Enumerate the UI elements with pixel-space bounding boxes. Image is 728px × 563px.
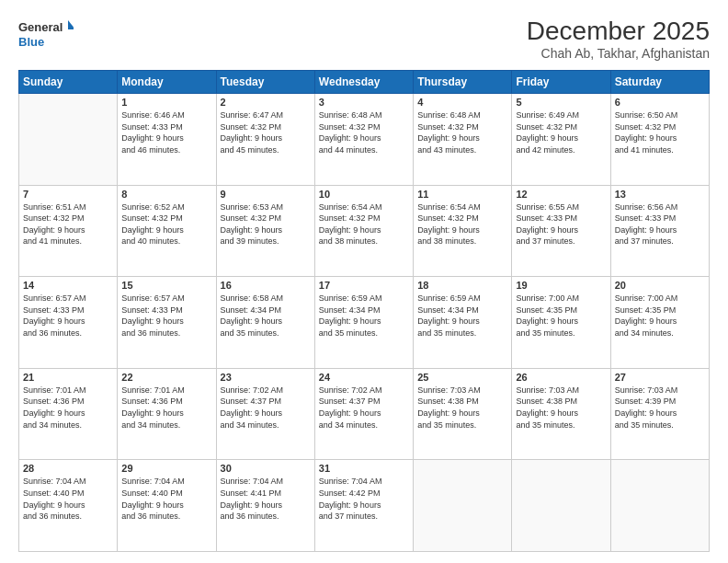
day-number: 13 [615,189,705,200]
calendar-cell: 16Sunrise: 6:58 AM Sunset: 4:34 PM Dayli… [216,277,314,369]
day-number: 11 [417,189,507,200]
calendar-cell: 26Sunrise: 7:03 AM Sunset: 4:38 PM Dayli… [512,368,610,460]
location-title: Chah Ab, Takhar, Afghanistan [527,46,710,61]
weekday-header-cell: Saturday [610,71,709,94]
calendar-cell: 10Sunrise: 6:54 AM Sunset: 4:32 PM Dayli… [314,185,413,277]
calendar-cell: 1Sunrise: 6:46 AM Sunset: 4:33 PM Daylig… [118,94,216,186]
calendar-cell: 20Sunrise: 7:00 AM Sunset: 4:35 PM Dayli… [610,277,709,369]
calendar-cell: 12Sunrise: 6:55 AM Sunset: 4:33 PM Dayli… [512,185,610,277]
calendar-cell: 30Sunrise: 7:04 AM Sunset: 4:41 PM Dayli… [216,460,314,552]
day-info: Sunrise: 6:49 AM Sunset: 4:32 PM Dayligh… [516,109,606,155]
calendar-cell: 8Sunrise: 6:52 AM Sunset: 4:32 PM Daylig… [118,185,216,277]
calendar-cell: 25Sunrise: 7:03 AM Sunset: 4:38 PM Dayli… [414,368,512,460]
calendar-cell [414,460,512,552]
logo: General Blue [18,17,74,52]
day-number: 27 [615,372,705,383]
calendar-week-row: 28Sunrise: 7:04 AM Sunset: 4:40 PM Dayli… [19,460,710,552]
day-number: 14 [23,280,113,291]
day-number: 12 [516,189,606,200]
day-info: Sunrise: 7:02 AM Sunset: 4:37 PM Dayligh… [319,385,409,431]
weekday-header-cell: Thursday [414,71,512,94]
day-info: Sunrise: 7:00 AM Sunset: 4:35 PM Dayligh… [516,293,606,339]
day-info: Sunrise: 6:58 AM Sunset: 4:34 PM Dayligh… [221,293,311,339]
calendar-cell: 18Sunrise: 6:59 AM Sunset: 4:34 PM Dayli… [414,277,512,369]
page: General Blue December 2025 Chah Ab, Takh… [0,0,728,563]
day-number: 20 [615,280,705,291]
calendar-week-row: 7Sunrise: 6:51 AM Sunset: 4:32 PM Daylig… [19,185,710,277]
svg-text:Blue: Blue [18,35,44,49]
calendar-week-row: 21Sunrise: 7:01 AM Sunset: 4:36 PM Dayli… [19,368,710,460]
day-info: Sunrise: 7:04 AM Sunset: 4:41 PM Dayligh… [221,476,311,522]
day-number: 22 [121,372,211,383]
day-number: 2 [221,97,311,108]
day-info: Sunrise: 6:50 AM Sunset: 4:32 PM Dayligh… [615,109,705,155]
weekday-header-cell: Monday [118,71,216,94]
day-number: 31 [319,463,409,474]
calendar-cell: 14Sunrise: 6:57 AM Sunset: 4:33 PM Dayli… [19,277,118,369]
day-info: Sunrise: 7:03 AM Sunset: 4:38 PM Dayligh… [417,385,507,431]
calendar-body: 1Sunrise: 6:46 AM Sunset: 4:33 PM Daylig… [19,94,710,552]
day-info: Sunrise: 6:46 AM Sunset: 4:33 PM Dayligh… [121,109,211,155]
day-number: 18 [417,280,507,291]
day-number: 26 [516,372,606,383]
day-info: Sunrise: 7:03 AM Sunset: 4:39 PM Dayligh… [615,385,705,431]
calendar-week-row: 14Sunrise: 6:57 AM Sunset: 4:33 PM Dayli… [19,277,710,369]
day-info: Sunrise: 7:00 AM Sunset: 4:35 PM Dayligh… [615,293,705,339]
calendar-cell: 9Sunrise: 6:53 AM Sunset: 4:32 PM Daylig… [216,185,314,277]
day-number: 25 [417,372,507,383]
day-info: Sunrise: 6:48 AM Sunset: 4:32 PM Dayligh… [319,109,409,155]
svg-marker-2 [68,20,74,29]
calendar-cell: 4Sunrise: 6:48 AM Sunset: 4:32 PM Daylig… [414,94,512,186]
calendar-cell: 5Sunrise: 6:49 AM Sunset: 4:32 PM Daylig… [512,94,610,186]
day-number: 30 [221,463,311,474]
day-number: 29 [121,463,211,474]
calendar-cell: 31Sunrise: 7:04 AM Sunset: 4:42 PM Dayli… [314,460,413,552]
day-info: Sunrise: 7:04 AM Sunset: 4:42 PM Dayligh… [319,476,409,522]
day-info: Sunrise: 6:53 AM Sunset: 4:32 PM Dayligh… [221,201,311,247]
calendar-cell: 17Sunrise: 6:59 AM Sunset: 4:34 PM Dayli… [314,277,413,369]
day-info: Sunrise: 6:52 AM Sunset: 4:32 PM Dayligh… [121,201,211,247]
calendar-cell: 11Sunrise: 6:54 AM Sunset: 4:32 PM Dayli… [414,185,512,277]
calendar-cell: 2Sunrise: 6:47 AM Sunset: 4:32 PM Daylig… [216,94,314,186]
logo-svg: General Blue [18,17,74,52]
day-info: Sunrise: 6:56 AM Sunset: 4:33 PM Dayligh… [615,201,705,247]
day-info: Sunrise: 6:59 AM Sunset: 4:34 PM Dayligh… [319,293,409,339]
day-info: Sunrise: 6:51 AM Sunset: 4:32 PM Dayligh… [23,201,113,247]
day-info: Sunrise: 6:57 AM Sunset: 4:33 PM Dayligh… [121,293,211,339]
calendar-cell [512,460,610,552]
calendar-cell: 19Sunrise: 7:00 AM Sunset: 4:35 PM Dayli… [512,277,610,369]
calendar-cell: 27Sunrise: 7:03 AM Sunset: 4:39 PM Dayli… [610,368,709,460]
calendar-table: SundayMondayTuesdayWednesdayThursdayFrid… [18,70,710,552]
weekday-header-cell: Friday [512,71,610,94]
calendar-cell: 24Sunrise: 7:02 AM Sunset: 4:37 PM Dayli… [314,368,413,460]
title-block: December 2025 Chah Ab, Takhar, Afghanist… [527,17,710,61]
day-number: 5 [516,97,606,108]
calendar-cell [19,94,118,186]
calendar-week-row: 1Sunrise: 6:46 AM Sunset: 4:33 PM Daylig… [19,94,710,186]
day-info: Sunrise: 7:04 AM Sunset: 4:40 PM Dayligh… [121,476,211,522]
calendar-cell: 3Sunrise: 6:48 AM Sunset: 4:32 PM Daylig… [314,94,413,186]
day-number: 7 [23,189,113,200]
day-info: Sunrise: 7:01 AM Sunset: 4:36 PM Dayligh… [23,385,113,431]
day-number: 15 [121,280,211,291]
calendar-cell: 7Sunrise: 6:51 AM Sunset: 4:32 PM Daylig… [19,185,118,277]
day-info: Sunrise: 6:54 AM Sunset: 4:32 PM Dayligh… [319,201,409,247]
header: General Blue December 2025 Chah Ab, Takh… [18,17,710,61]
calendar-cell: 29Sunrise: 7:04 AM Sunset: 4:40 PM Dayli… [118,460,216,552]
day-info: Sunrise: 6:47 AM Sunset: 4:32 PM Dayligh… [221,109,311,155]
day-info: Sunrise: 6:54 AM Sunset: 4:32 PM Dayligh… [417,201,507,247]
day-number: 8 [121,189,211,200]
calendar-cell: 13Sunrise: 6:56 AM Sunset: 4:33 PM Dayli… [610,185,709,277]
day-info: Sunrise: 7:04 AM Sunset: 4:40 PM Dayligh… [23,476,113,522]
weekday-header-cell: Sunday [19,71,118,94]
svg-text:General: General [18,20,63,34]
day-info: Sunrise: 6:59 AM Sunset: 4:34 PM Dayligh… [417,293,507,339]
day-info: Sunrise: 6:48 AM Sunset: 4:32 PM Dayligh… [417,109,507,155]
day-number: 24 [319,372,409,383]
day-number: 17 [319,280,409,291]
calendar-cell: 23Sunrise: 7:02 AM Sunset: 4:37 PM Dayli… [216,368,314,460]
day-number: 10 [319,189,409,200]
weekday-header-cell: Wednesday [314,71,413,94]
day-number: 1 [121,97,211,108]
calendar-cell: 28Sunrise: 7:04 AM Sunset: 4:40 PM Dayli… [19,460,118,552]
